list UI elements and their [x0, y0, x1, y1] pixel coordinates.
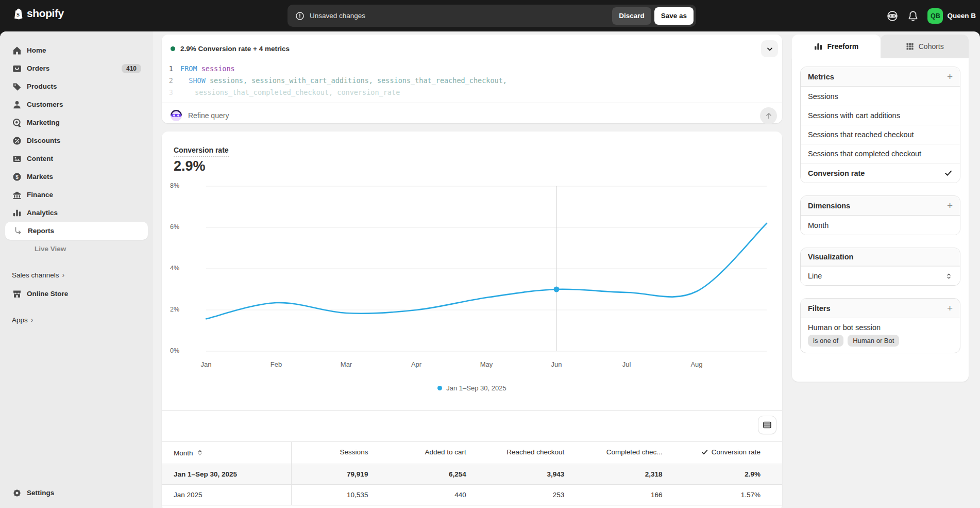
- sidebar-item-label: Settings: [27, 489, 54, 497]
- chart-big-value: 2.9%: [174, 158, 206, 174]
- x-tick-label: Apr: [411, 360, 421, 368]
- unsaved-changes-bar[interactable]: Unsaved changes Discard Save as: [288, 5, 696, 27]
- x-tick-label: Jul: [622, 360, 631, 368]
- query-status-dot: [171, 46, 175, 51]
- percent-badge-icon: [12, 136, 22, 146]
- query-summary: 2.9% Conversion rate + 4 metrics: [180, 45, 756, 53]
- column-header-conversion-rate[interactable]: Conversion rate: [684, 442, 782, 464]
- sidebar-item-label: Live View: [35, 245, 66, 253]
- bar-chart-icon: [12, 208, 22, 218]
- sidebar-item-finance[interactable]: Finance: [5, 186, 148, 204]
- discard-button[interactable]: Discard: [612, 7, 651, 25]
- add-filter-button[interactable]: +: [947, 303, 953, 313]
- sidebar-item-live-view[interactable]: Live View: [5, 240, 148, 258]
- user-menu[interactable]: QB Queen B: [927, 8, 976, 24]
- line-number: 2: [162, 75, 180, 87]
- target-icon: [12, 118, 22, 128]
- cell-month: Jan 2025: [162, 485, 292, 505]
- save-as-button[interactable]: Save as: [654, 7, 694, 25]
- y-tick-label: 0%: [170, 347, 201, 354]
- line-number: 3: [162, 87, 180, 99]
- sidebar-item-orders[interactable]: Orders 410: [5, 59, 148, 77]
- column-header-completed-checkout[interactable]: Completed chec...: [586, 442, 684, 464]
- visualization-value: Line: [808, 272, 822, 280]
- metric-item-cart-additions[interactable]: Sessions with cart additions: [801, 106, 960, 125]
- y-tick-label: 2%: [170, 306, 201, 313]
- chevron-right-icon: ›: [31, 316, 33, 324]
- column-header-reached-checkout[interactable]: Reached checkout: [488, 442, 586, 464]
- sales-channels-header[interactable]: Sales channels ›: [5, 267, 148, 283]
- chart-card: Conversion rate 2.9% 8%6%4%2%0% JanFebMa…: [162, 132, 782, 508]
- user-name: Queen B: [947, 12, 976, 20]
- visualization-select[interactable]: Line: [801, 266, 960, 285]
- tab-cohorts[interactable]: Cohorts: [881, 35, 969, 58]
- tab-label: Cohorts: [919, 42, 944, 51]
- home-icon: [12, 45, 22, 56]
- table-row[interactable]: Jan 2025 10,535 440 253 166 1.57%: [162, 485, 782, 505]
- sidebar-item-home[interactable]: Home: [5, 41, 148, 59]
- sort-icon: [196, 449, 204, 457]
- person-icon: [12, 100, 22, 110]
- query-editor-card: 2.9% Conversion rate + 4 metrics 1FROM s…: [162, 35, 782, 123]
- chart-title: Conversion rate: [174, 146, 229, 157]
- results-table: Month Sessions Added to cart Reached che…: [162, 441, 782, 505]
- filters-card: Filters+ Human or bot session is one of …: [800, 298, 960, 353]
- sidebar-item-label: Content: [27, 155, 53, 162]
- sidebar-item-label: Markets: [27, 173, 53, 181]
- table-row-total[interactable]: Jan 1–Sep 30, 2025 79,919 6,254 3,943 2,…: [162, 464, 782, 485]
- svg-text:$: $: [15, 174, 19, 179]
- add-metric-button[interactable]: +: [947, 72, 953, 81]
- metric-item-sessions[interactable]: Sessions: [801, 87, 960, 106]
- metric-item-reached-checkout[interactable]: Sessions that reached checkout: [801, 125, 960, 144]
- table-header-row: Month Sessions Added to cart Reached che…: [162, 442, 782, 464]
- sidebar-item-customers[interactable]: Customers: [5, 95, 148, 113]
- column-header-month[interactable]: Month: [162, 442, 292, 464]
- x-tick-label: Jan: [201, 360, 212, 368]
- shopify-logo[interactable]: S shopify: [11, 7, 64, 20]
- sidebar-item-reports[interactable]: Reports: [5, 222, 148, 240]
- tab-freeform[interactable]: Freeform: [792, 35, 881, 58]
- visualization-title: Visualization: [808, 253, 853, 261]
- filter-item[interactable]: Human or bot session: [801, 318, 960, 334]
- chevron-right-icon: ›: [62, 271, 65, 279]
- metric-item-conversion-rate[interactable]: Conversion rate: [801, 163, 960, 183]
- sidebar-item-analytics[interactable]: Analytics: [5, 204, 148, 222]
- column-header-added-to-cart[interactable]: Added to cart: [390, 442, 487, 464]
- submit-query-button[interactable]: [760, 107, 777, 124]
- column-header-sessions[interactable]: Sessions: [292, 442, 390, 464]
- collapse-query-button[interactable]: [761, 40, 778, 57]
- column-label: Conversion rate: [712, 448, 761, 456]
- table-view-button[interactable]: [758, 416, 776, 434]
- sidebar-item-discounts[interactable]: Discounts: [5, 132, 148, 150]
- select-chevrons-icon: [945, 272, 953, 280]
- apps-header[interactable]: Apps ›: [5, 312, 148, 327]
- incognito-icon[interactable]: [886, 10, 899, 22]
- refine-query-input[interactable]: Refine query: [162, 103, 782, 128]
- sidebar-item-settings[interactable]: Settings: [5, 484, 148, 502]
- globe-dollar-icon: $: [12, 172, 22, 182]
- dimension-item-month[interactable]: Month: [801, 216, 960, 235]
- sidebar-item-content[interactable]: Content: [5, 150, 148, 168]
- bell-icon[interactable]: [907, 10, 919, 22]
- filter-operator-pill[interactable]: is one of: [808, 335, 843, 347]
- sidebar-item-label: Marketing: [27, 119, 60, 126]
- metric-item-completed-checkout[interactable]: Sessions that completed checkout: [801, 144, 960, 163]
- sidebar-item-marketing[interactable]: Marketing: [5, 113, 148, 132]
- check-icon: [944, 169, 953, 177]
- add-dimension-button[interactable]: +: [947, 201, 953, 210]
- filter-value-pill[interactable]: Human or Bot: [848, 335, 899, 347]
- refine-query-placeholder: Refine query: [188, 111, 754, 120]
- conversion-rate-line-chart[interactable]: [206, 186, 767, 351]
- sidebar-item-markets[interactable]: $ Markets: [5, 168, 148, 186]
- x-tick-label: Jun: [551, 360, 562, 368]
- alert-circle-icon: [295, 11, 305, 21]
- metrics-title: Metrics: [808, 73, 834, 81]
- sidebar-item-online-store[interactable]: Online Store: [5, 285, 148, 303]
- sidebar-item-products[interactable]: Products: [5, 77, 148, 95]
- legend-dot: [437, 386, 442, 390]
- cell-reached-checkout: 253: [488, 485, 586, 505]
- return-arrow-icon: [13, 226, 23, 236]
- query-code[interactable]: 1FROM sessions 2 SHOW sessions, sessions…: [162, 62, 782, 103]
- sidebar: Home Orders 410 Products Customers Marke…: [0, 31, 153, 508]
- bank-icon: [12, 190, 22, 200]
